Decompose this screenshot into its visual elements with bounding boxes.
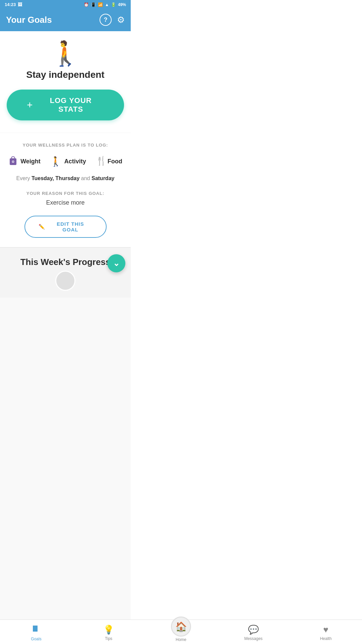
status-time: 14:23 [5, 2, 16, 7]
plus-icon: + [27, 99, 33, 111]
goals-icon [32, 624, 41, 635]
wifi-icon: 📶 [98, 2, 103, 7]
vibrate-icon: 📳 [91, 2, 96, 7]
svg-text:🍴: 🍴 [96, 156, 105, 166]
edit-goal-label: EDIT THIS GOAL [49, 221, 93, 232]
signal-icon: ▲ [105, 2, 109, 7]
progress-title: This Week's Progress [7, 257, 124, 267]
reason-label: YOUR REASON FOR THIS GOAL: [7, 191, 124, 196]
activity-icon: 🚶 [50, 156, 62, 167]
schedule-prefix: Every [16, 175, 30, 181]
hero-section: 🚶 Stay independent + LOG YOUR STATS [0, 31, 131, 132]
walking-person-icon: 🚶 [50, 41, 80, 65]
page-title: Your Goals [6, 15, 52, 25]
schedule-last-day: Saturday [92, 175, 114, 181]
wellness-plan-label: YOUR WELLNESS PLAN IS TO LOG: [7, 143, 124, 148]
log-stats-label: LOG YOUR STATS [38, 96, 104, 114]
header-actions: ? ⚙ [100, 14, 125, 26]
food-label: Food [108, 158, 122, 165]
goals-nav-label: Goals [31, 637, 41, 641]
avatar-circle [55, 271, 75, 291]
settings-button[interactable]: ⚙ [117, 15, 125, 25]
food-icon: 🍴 [96, 155, 105, 168]
nav-item-tips[interactable]: 💡 Tips [72, 625, 131, 641]
wellness-section: YOUR WELLNESS PLAN IS TO LOG: Weight [0, 133, 131, 247]
battery-icon: 🔋 [111, 2, 116, 7]
plan-item-weight: Weight [8, 155, 41, 168]
nav-item-goals[interactable]: Goals [0, 624, 72, 641]
battery-level: 49% [118, 2, 126, 7]
schedule-and: and [81, 175, 90, 181]
alarm-icon: ⏰ [84, 2, 89, 7]
schedule-text: Every Tuesday, Thursday and Saturday [7, 175, 124, 181]
activity-label: Activity [64, 158, 86, 165]
plan-item-activity: 🚶 Activity [50, 156, 86, 167]
pencil-icon: ✏️ [39, 224, 45, 230]
bottom-navigation: Goals 💡 Tips 🏠 Home 💬 Messages ♥ Health [0, 620, 131, 644]
tips-nav-label: Tips [105, 636, 112, 641]
tips-icon: 💡 [103, 625, 114, 635]
help-button[interactable]: ? [100, 14, 112, 26]
hero-title: Stay independent [26, 69, 104, 80]
weight-icon [8, 155, 18, 168]
edit-goal-button[interactable]: ✏️ EDIT THIS GOAL [24, 216, 107, 238]
plan-item-food: 🍴 Food [96, 155, 122, 168]
header: Your Goals ? ⚙ [0, 9, 131, 31]
chevron-down-icon: ⌄ [113, 259, 120, 268]
status-bar: 14:23 🖼 ⏰ 📳 📶 ▲ 🔋 49% [0, 0, 131, 9]
reason-text: Exercise more [7, 199, 124, 206]
weight-label: Weight [20, 158, 41, 165]
plan-items: Weight 🚶 Activity 🍴 Food [7, 155, 124, 168]
progress-section: ⌄ This Week's Progress [0, 247, 131, 298]
gallery-icon: 🖼 [18, 2, 22, 7]
log-stats-button[interactable]: + LOG YOUR STATS [7, 90, 124, 120]
schedule-days: Tuesday, Thursday [32, 175, 79, 181]
scroll-down-button[interactable]: ⌄ [107, 254, 125, 272]
main-content: 🚶 Stay independent + LOG YOUR STATS YOUR… [0, 31, 131, 632]
